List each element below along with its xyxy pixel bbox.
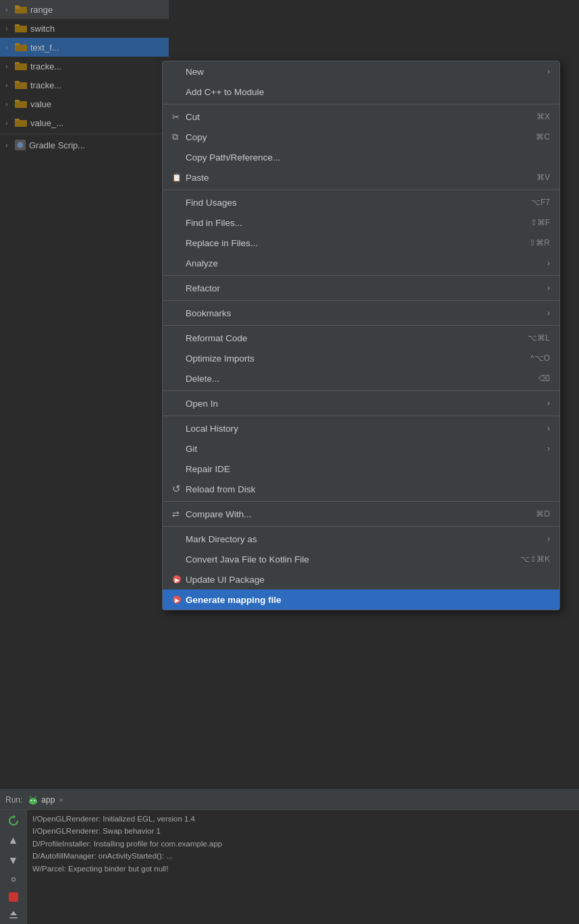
menu-item-copy[interactable]: ⧉ Copy ⌘C bbox=[163, 127, 559, 147]
svg-rect-14 bbox=[15, 119, 20, 121]
stop-button[interactable] bbox=[5, 892, 22, 902]
menu-item-analyze[interactable]: Analyze › bbox=[163, 253, 559, 273]
arrow-icon: › bbox=[547, 444, 550, 453]
menu-divider bbox=[163, 501, 559, 502]
shortcut-label: ⌘C bbox=[536, 132, 550, 142]
svg-rect-4 bbox=[15, 24, 20, 26]
menu-item-bookmarks[interactable]: Bookmarks › bbox=[163, 303, 559, 323]
menu-item-label: Compare With... bbox=[186, 509, 522, 519]
svg-text:▶: ▶ bbox=[175, 597, 180, 604]
tree-item-gradle[interactable]: › Gradle Scrip... bbox=[0, 136, 169, 154]
menu-item-paste[interactable]: 📋 Paste ⌘V bbox=[163, 167, 559, 187]
tree-item-label: range bbox=[30, 5, 53, 15]
menu-divider bbox=[163, 190, 559, 190]
tree-item-tracker1[interactable]: › tracke... bbox=[0, 57, 169, 76]
arrow-icon: › bbox=[547, 283, 550, 293]
menu-item-open-in[interactable]: Open In › bbox=[163, 393, 559, 413]
menu-item-label: Open In bbox=[186, 399, 542, 409]
context-menu: New › Add C++ to Module ✂ Cut ⌘X ⧉ Copy … bbox=[162, 61, 560, 610]
menu-item-find-usages[interactable]: Find Usages ⌥F7 bbox=[163, 192, 559, 212]
menu-item-new[interactable]: New › bbox=[163, 61, 559, 82]
menu-item-label: Optimize Imports bbox=[186, 353, 517, 364]
menu-item-copy-path[interactable]: Copy Path/Reference... bbox=[163, 147, 559, 167]
down-button[interactable]: ▼ bbox=[5, 855, 22, 867]
menu-item-add-cpp[interactable]: Add C++ to Module bbox=[163, 82, 559, 102]
project-tree: › range › switch › text_f... bbox=[0, 0, 169, 924]
tree-item-label: switch bbox=[30, 24, 55, 34]
menu-item-replace-in-files[interactable]: Replace in Files... ⇧⌘R bbox=[163, 233, 559, 253]
menu-item-generate-mapping[interactable]: ▶ Generate mapping file bbox=[163, 589, 559, 610]
menu-item-label: Reformat Code bbox=[186, 333, 514, 343]
settings-button[interactable] bbox=[5, 875, 22, 884]
folder-icon bbox=[15, 42, 27, 52]
up-button[interactable]: ▲ bbox=[5, 834, 22, 846]
svg-rect-11 bbox=[15, 101, 27, 108]
scroll-to-end-button[interactable] bbox=[5, 910, 22, 919]
reload-icon: ↺ bbox=[172, 483, 186, 495]
menu-divider bbox=[163, 391, 559, 391]
menu-item-optimize-imports[interactable]: Optimize Imports ^⌥O bbox=[163, 348, 559, 368]
tree-item-value2[interactable]: › value_... bbox=[0, 113, 169, 132]
restart-button[interactable] bbox=[5, 815, 22, 826]
menu-item-label: Copy bbox=[186, 132, 522, 142]
tree-separator bbox=[0, 134, 169, 134]
tree-item-text-field[interactable]: › text_f... bbox=[0, 38, 169, 57]
tree-arrow: › bbox=[5, 5, 15, 13]
menu-item-label: Analyze bbox=[186, 258, 542, 268]
stop-icon bbox=[9, 892, 18, 902]
menu-item-refactor[interactable]: Refactor › bbox=[163, 278, 559, 298]
svg-point-23 bbox=[34, 800, 36, 801]
menu-item-local-history[interactable]: Local History › bbox=[163, 418, 559, 438]
menu-item-repair-ide[interactable]: Repair IDE bbox=[163, 459, 559, 479]
menu-item-label: Find in Files... bbox=[186, 218, 517, 228]
menu-item-label: Repair IDE bbox=[186, 464, 550, 474]
folder-icon bbox=[15, 5, 27, 14]
run-app-button[interactable]: app × bbox=[28, 795, 63, 805]
copy-icon: ⧉ bbox=[172, 132, 186, 142]
arrow-icon: › bbox=[547, 308, 550, 318]
menu-item-label: Convert Java File to Kotlin File bbox=[186, 554, 507, 565]
menu-item-mark-directory-as[interactable]: Mark Directory as › bbox=[163, 529, 559, 549]
menu-item-label: Local History bbox=[186, 424, 542, 434]
shortcut-label: ⌫ bbox=[539, 374, 550, 383]
shortcut-label: ⌘X bbox=[536, 112, 550, 121]
tree-item-range[interactable]: › range bbox=[0, 0, 169, 19]
menu-item-reload-from-disk[interactable]: ↺ Reload from Disk bbox=[163, 479, 559, 499]
svg-rect-9 bbox=[15, 82, 27, 89]
menu-item-label: Cut bbox=[186, 112, 523, 122]
menu-item-git[interactable]: Git › bbox=[163, 438, 559, 459]
close-button[interactable]: × bbox=[59, 796, 63, 804]
menu-item-reformat[interactable]: Reformat Code ⌥⌘L bbox=[163, 328, 559, 348]
tree-item-tracker2[interactable]: › tracke... bbox=[0, 76, 169, 94]
shortcut-label: ⇧⌘F bbox=[530, 218, 550, 227]
tree-item-value[interactable]: › value bbox=[0, 94, 169, 113]
paste-icon: 📋 bbox=[172, 173, 186, 182]
menu-item-update-ui-package[interactable]: ▶ Update UI Package bbox=[163, 569, 559, 589]
shortcut-label: ⌘V bbox=[536, 173, 550, 182]
menu-item-convert-java[interactable]: Convert Java File to Kotlin File ⌥⇧⌘K bbox=[163, 549, 559, 569]
menu-item-label: Update UI Package bbox=[186, 575, 550, 585]
menu-item-compare-with[interactable]: ⇄ Compare With... ⌘D bbox=[163, 504, 559, 524]
arrow-icon: › bbox=[547, 258, 550, 268]
tree-item-label: text_f... bbox=[30, 42, 59, 53]
menu-item-label: Replace in Files... bbox=[186, 238, 516, 248]
menu-item-find-in-files[interactable]: Find in Files... ⇧⌘F bbox=[163, 212, 559, 233]
tree-item-label: tracke... bbox=[30, 80, 61, 90]
menu-item-label: Paste bbox=[186, 173, 523, 183]
menu-divider bbox=[163, 300, 559, 301]
shortcut-label: ⌥F7 bbox=[531, 198, 550, 207]
tree-item-switch[interactable]: › switch bbox=[0, 19, 169, 38]
svg-rect-5 bbox=[15, 45, 27, 51]
update-icon: ▶ bbox=[172, 575, 186, 584]
svg-rect-12 bbox=[15, 100, 20, 102]
tree-arrow: › bbox=[5, 119, 15, 127]
menu-item-label: Find Usages bbox=[186, 198, 518, 208]
menu-divider bbox=[163, 526, 559, 527]
tree-item-label: tracke... bbox=[30, 61, 61, 71]
tree-arrow: › bbox=[5, 100, 15, 108]
menu-item-label: Add C++ to Module bbox=[186, 87, 550, 97]
menu-item-cut[interactable]: ✂ Cut ⌘X bbox=[163, 107, 559, 127]
svg-rect-6 bbox=[15, 43, 20, 45]
menu-item-delete[interactable]: Delete... ⌫ bbox=[163, 368, 559, 388]
app-label: app bbox=[41, 795, 55, 805]
